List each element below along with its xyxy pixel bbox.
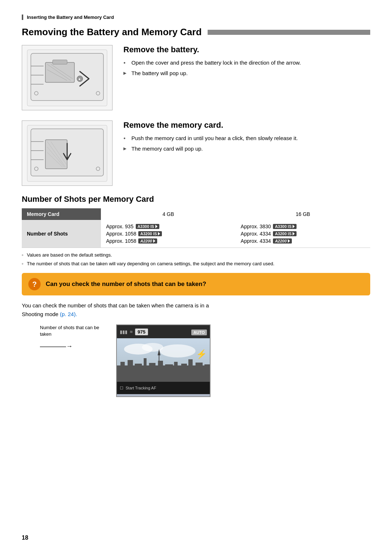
camera-top-right: AUTO [191, 329, 207, 335]
page-number: 18 [22, 535, 28, 541]
camera-screen: ▮▮▮ ≋ 975 AUTO [116, 324, 211, 397]
shot-4gb-a3200: Approx. 1058 A3200 IS [106, 231, 230, 237]
svg-rect-39 [181, 364, 187, 371]
badge-arrow-16gb-a3300 [293, 225, 295, 228]
badge-4gb-a3300: A3300 IS [136, 224, 159, 229]
svg-rect-40 [188, 359, 193, 371]
table-header-4gb: 4 GB [101, 208, 236, 220]
body-link[interactable]: (p. 24). [60, 311, 77, 317]
camera-top-left: ▮▮▮ ≋ 975 [120, 328, 148, 335]
svg-rect-42 [204, 364, 210, 371]
svg-rect-35 [149, 363, 156, 371]
camera-screen-top: ▮▮▮ ≋ 975 AUTO [117, 325, 210, 338]
shot-16gb-a3300: Approx. 3830 A3300 IS [241, 224, 365, 229]
remove-battery-heading: Remove the battery. [123, 45, 370, 54]
battery-svg: ● [24, 46, 111, 110]
table-header-memory: Memory Card [22, 208, 101, 220]
table-header-16gb: 16 GB [236, 208, 370, 220]
shots-notes: Values are based on the default settings… [22, 252, 370, 267]
svg-point-29 [160, 344, 195, 357]
badge-16gb-a2200: A2200 [273, 238, 291, 244]
shot-16gb-a2200: Approx. 4334 A2200 [241, 238, 365, 244]
scene-svg [117, 338, 210, 382]
badge-16gb-a3300: A3300 IS [273, 224, 297, 229]
note-2: The number of shots that can be taken wi… [22, 260, 370, 267]
arrow-line: ————→ [40, 343, 73, 350]
breadcrumb: Inserting the Battery and Memory Card [22, 15, 370, 20]
svg-rect-37 [165, 364, 173, 371]
remove-battery-bullets: Open the cover and press the battery loc… [123, 59, 370, 77]
tracking-text: Start Tracking AF [126, 386, 156, 390]
battery-icon: ▮▮▮ [120, 329, 127, 335]
remove-memory-heading: Remove the memory card. [123, 120, 370, 130]
shot-4gb-a3300: Approx. 935 A3300 IS [106, 224, 230, 229]
bullet-memory-1: Push the memory card in until you hear a… [123, 134, 370, 143]
tip-text: Can you check the number of shots that c… [46, 281, 206, 288]
remove-memory-text: Remove the memory card. Push the memory … [123, 120, 370, 155]
tracking-icon: ☐ [120, 386, 123, 391]
badge-arrow-16gb-a3200 [293, 232, 295, 236]
table-16gb-shots: Approx. 3830 A3300 IS Approx. 4334 A3200… [236, 220, 370, 248]
memory-svg [24, 122, 111, 185]
shot-16gb-a3200: Approx. 4334 A3200 IS [241, 231, 365, 237]
note-1: Values are based on the default settings… [22, 252, 370, 259]
camera-screen-section: Number of shots that can be taken ————→ … [22, 324, 370, 397]
svg-text:●: ● [78, 77, 81, 81]
wifi-icon: ≋ [130, 330, 133, 334]
badge-arrow-4gb-a2200 [153, 239, 155, 243]
body-text-2: Shooting mode [22, 311, 58, 317]
badge-4gb-a2200: A2200 [138, 238, 157, 244]
svg-rect-36 [158, 361, 163, 371]
battery-illustration: ● [22, 45, 113, 110]
body-text-1: You can check the number of shots that c… [22, 302, 209, 308]
shots-count-display: 975 [135, 328, 148, 335]
remove-battery-text: Remove the battery. Open the cover and p… [123, 45, 370, 79]
svg-rect-41 [196, 363, 203, 371]
table-4gb-shots: Approx. 935 A3300 IS Approx. 1058 A3200 … [101, 220, 236, 248]
table-row-label: Number of Shots [22, 220, 101, 248]
badge-4gb-a3200: A3200 IS [138, 231, 162, 236]
main-heading-text: Removing the Battery and Memory Card [22, 26, 202, 38]
flash-icon: ⚡ [196, 349, 207, 359]
svg-rect-38 [174, 362, 178, 371]
bullet-battery-1: Open the cover and press the battery loc… [123, 59, 370, 67]
svg-rect-32 [128, 360, 133, 371]
shot-4gb-a2200: Approx. 1058 A2200 [106, 238, 230, 244]
bullet-battery-2: The battery will pop up. [123, 69, 370, 78]
svg-rect-3 [53, 60, 67, 64]
remove-memory-section: Remove the memory card. Push the memory … [22, 120, 370, 186]
camera-arrow: ————→ [40, 343, 73, 350]
body-text: You can check the number of shots that c… [22, 301, 370, 319]
tip-box: ? Can you check the number of shots that… [22, 273, 370, 295]
main-heading: Removing the Battery and Memory Card [22, 26, 370, 38]
camera-screen-main: ⚡ [117, 338, 210, 382]
shots-heading: Number of Shots per Memory Card [22, 195, 370, 204]
memory-illustration [22, 120, 113, 186]
svg-rect-34 [144, 358, 147, 371]
svg-rect-2 [45, 62, 74, 82]
page-container: Inserting the Battery and Memory Card Re… [0, 0, 392, 552]
svg-rect-31 [121, 362, 125, 369]
camera-screen-bottom: ☐ Start Tracking AF [117, 382, 210, 394]
remove-battery-section: ● Remove the battery. Open the cover and… [22, 45, 370, 110]
auto-badge: AUTO [191, 330, 207, 335]
shots-table: Memory Card 4 GB 16 GB Number of Shots A… [22, 208, 370, 248]
badge-arrow-4gb-a3200 [158, 232, 160, 236]
badge-arrow-16gb-a2200 [288, 239, 290, 243]
remove-memory-bullets: Push the memory card in until you hear a… [123, 134, 370, 153]
tip-icon: ? [28, 278, 41, 290]
badge-16gb-a3200: A3200 IS [273, 231, 297, 236]
camera-label-text: Number of shots that can be taken [40, 324, 105, 338]
camera-label-section: Number of shots that can be taken ————→ [40, 324, 105, 350]
heading-bar [208, 30, 370, 35]
svg-rect-33 [135, 364, 142, 373]
bullet-memory-2: The memory card will pop up. [123, 145, 370, 153]
badge-arrow-4gb-a3300 [155, 225, 158, 228]
